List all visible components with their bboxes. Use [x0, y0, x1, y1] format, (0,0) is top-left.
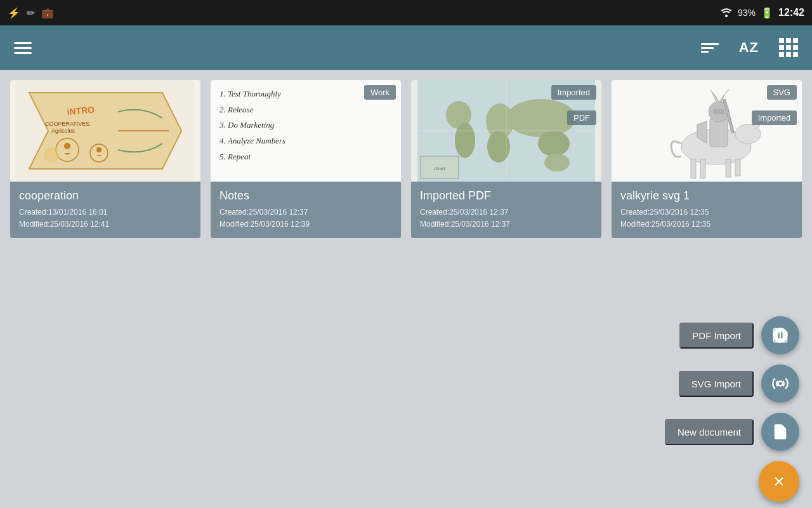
svg-import-fab-button[interactable]: [761, 364, 799, 403]
doc-card-valkyrie[interactable]: SVG Imported valkyrie svg 1 Created:25/0…: [612, 80, 802, 238]
cooperation-thumbnail-svg: iNTRO COOPÉRATIVES Agricoles: [16, 80, 194, 182]
doc-info-cooperation: cooperation Created:13/01/2016 16:01 Mod…: [10, 182, 200, 238]
svg-rect-26: [691, 159, 696, 178]
svg-point-8: [64, 143, 70, 149]
svg-badge: SVG: [767, 85, 797, 100]
pdf-icon: [771, 326, 789, 344]
doc-title-cooperation: cooperation: [19, 189, 192, 203]
grid-icon: [779, 38, 798, 57]
svg-point-18: [544, 154, 570, 171]
svg-rect-30: [710, 118, 728, 147]
svg-rect-32: [713, 109, 724, 114]
doc-thumbnail-svg: SVG Imported: [612, 80, 802, 182]
usb-icon: ⚡: [8, 7, 20, 19]
fab-item-new-doc: New document: [665, 413, 799, 451]
doc-thumbnail-pdf: chart Imported PDF: [411, 80, 601, 182]
fab-item-pdf: PDF Import: [679, 316, 799, 354]
fab-main-button[interactable]: ×: [759, 461, 799, 502]
menu-button[interactable]: [10, 38, 36, 58]
doc-info-notes: Notes Created:25/03/2016 12:37 Modified:…: [211, 182, 401, 238]
svg-point-16: [506, 99, 576, 137]
doc-card-notes[interactable]: 1. Test Thoroughly 2. Release 3. Do Mark…: [211, 80, 401, 238]
fab-item-svg: SVG Import: [679, 364, 799, 403]
doc-title-notes: Notes: [219, 189, 392, 203]
battery-indicator: 93%: [738, 8, 756, 18]
document-icon: [771, 423, 789, 441]
toolbar: AZ: [0, 25, 812, 70]
fab-area: PDF Import SVG Import New document: [665, 316, 799, 502]
pdf-import-fab-button[interactable]: [761, 316, 799, 354]
doc-info-valkyrie: valkyrie svg 1 Created:25/03/2016 12:35 …: [612, 182, 802, 238]
toolbar-right: AZ: [697, 34, 802, 61]
battery-icon: 🔋: [761, 7, 773, 19]
grid-view-button[interactable]: [775, 34, 802, 61]
svg-text:COOPÉRATIVES: COOPÉRATIVES: [45, 121, 89, 127]
svg-point-17: [538, 131, 570, 156]
sort-icon: [701, 43, 719, 53]
svg-point-34: [778, 382, 783, 386]
az-label: AZ: [739, 39, 759, 56]
close-icon: ×: [773, 472, 785, 491]
svg-point-15: [455, 123, 475, 158]
status-left-icons: ⚡ ✏ 💼: [8, 7, 54, 19]
pen-icon: ✏: [27, 7, 35, 19]
notes-content: 1. Test Thoroughly 2. Release 3. Do Mark…: [219, 86, 285, 164]
svg-rect-27: [700, 159, 705, 178]
doc-meta-cooperation: Created:13/01/2016 16:01 Modified:25/03/…: [19, 206, 192, 231]
new-document-fab-button[interactable]: [761, 413, 799, 451]
doc-card-imported-pdf[interactable]: chart Imported PDF Imported PDF Created:…: [411, 80, 601, 238]
document-grid: iNTRO COOPÉRATIVES Agricoles: [10, 80, 802, 238]
doc-thumbnail-notes: 1. Test Thoroughly 2. Release 3. Do Mark…: [211, 80, 401, 182]
doc-info-pdf: Imported PDF Created:25/03/2016 12:37 Mo…: [411, 182, 601, 238]
pdf-badge: PDF: [567, 110, 596, 125]
imported-badge: Imported: [551, 85, 596, 100]
doc-title-valkyrie: valkyrie svg 1: [620, 189, 793, 203]
svg-point-13: [487, 131, 510, 163]
az-sort-button[interactable]: AZ: [735, 36, 763, 60]
status-bar: ⚡ ✏ 💼 93% 🔋 12:42: [0, 0, 812, 25]
svg-text:Agricoles: Agricoles: [51, 128, 75, 134]
sort-button[interactable]: [697, 39, 723, 57]
doc-meta-notes: Created:25/03/2016 12:37 Modified:25/03/…: [219, 206, 392, 231]
svg-rect-28: [726, 159, 731, 177]
doc-meta-pdf: Created:25/03/2016 12:37 Modified:25/03/…: [420, 206, 593, 231]
svg-icon: [771, 375, 789, 392]
svg-import-button[interactable]: SVG Import: [679, 371, 754, 397]
main-content: iNTRO COOPÉRATIVES Agricoles: [0, 70, 812, 508]
new-document-button[interactable]: New document: [665, 419, 754, 445]
svg-point-9: [96, 147, 102, 152]
doc-thumbnail-cooperation: iNTRO COOPÉRATIVES Agricoles: [10, 80, 200, 182]
clock: 12:42: [778, 7, 804, 18]
svg-text:chart: chart: [434, 166, 446, 171]
doc-meta-valkyrie: Created:25/03/2016 12:35 Modified:25/03/…: [620, 206, 793, 231]
svg-rect-29: [735, 159, 740, 176]
status-right: 93% 🔋 12:42: [720, 7, 804, 19]
notes-badge: Work: [364, 85, 396, 100]
imported-svg-badge: Imported: [752, 110, 797, 125]
hamburger-icon: [14, 42, 32, 54]
pdf-import-button[interactable]: PDF Import: [679, 323, 754, 349]
doc-title-pdf: Imported PDF: [420, 189, 593, 203]
wifi-icon: [720, 7, 733, 19]
briefcase-icon: 💼: [41, 7, 54, 19]
toolbar-left: [10, 38, 36, 58]
svg-point-7: [44, 147, 59, 163]
doc-card-cooperation[interactable]: iNTRO COOPÉRATIVES Agricoles: [10, 80, 200, 238]
